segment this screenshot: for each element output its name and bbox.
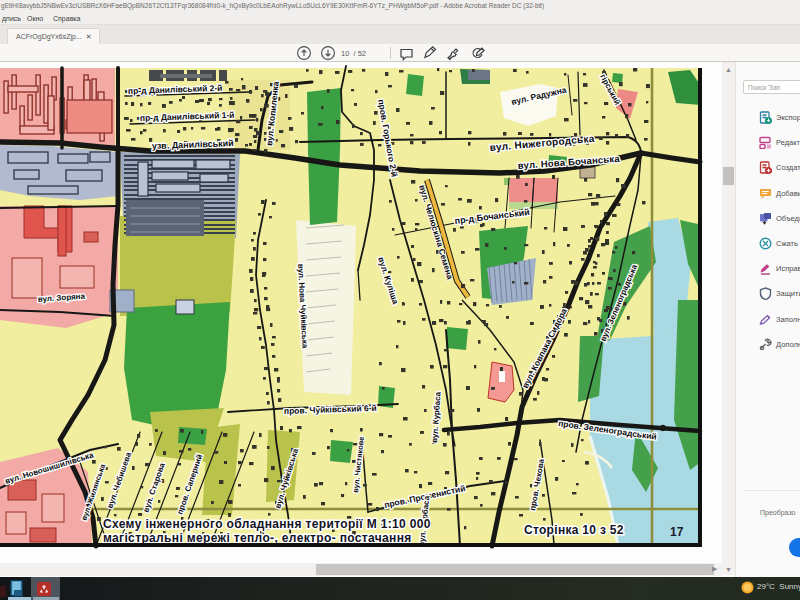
svg-text:Сторінка 10 з 52: Сторінка 10 з 52 [524, 523, 624, 537]
svg-text:Схему інженерного обладнання т: Схему інженерного обладнання території М… [103, 517, 431, 531]
svg-text:17: 17 [670, 525, 684, 539]
svg-text:магістральні мережі тепло-, ел: магістральні мережі тепло-, електро- пос… [103, 531, 412, 545]
